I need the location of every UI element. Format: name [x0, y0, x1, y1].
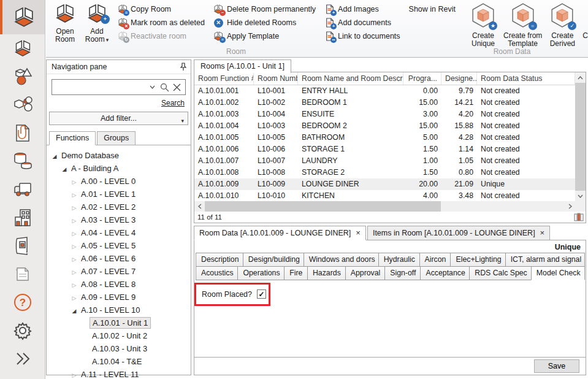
tree-item[interactable]: A.04 - LEVEL 4 — [47, 226, 191, 239]
tree-expand-arrow-icon[interactable] — [70, 293, 78, 302]
sidebar-item-rooms-alt[interactable] — [0, 34, 45, 63]
sidebar-item-attachments[interactable] — [0, 119, 45, 147]
scroll-up-arrow-icon[interactable] — [575, 72, 586, 83]
table-row[interactable]: A.10.01.002 L10-002 BEDROOM 1 15.00 14.2… — [194, 97, 575, 109]
ribbon-small-button[interactable]: ↻ ↻ ↻ Reactivate room — [117, 31, 205, 42]
ribbon-big-button[interactable]: + Add Room▾ — [83, 2, 111, 44]
sidebar-item-settings[interactable] — [0, 316, 45, 345]
ribbon-small-button[interactable]: + + + Add documents — [324, 17, 400, 28]
room-data-subtab[interactable]: ICT, alarm and signal — [505, 253, 585, 267]
close-tab-icon[interactable]: × — [356, 228, 361, 237]
sidebar-item-buildings[interactable] — [0, 204, 45, 232]
table-row[interactable]: A.10.01.009 L10-009 LOUNGE DINER 20.00 2… — [194, 178, 575, 190]
horizontal-scroll-thumb[interactable] — [205, 201, 441, 212]
ribbon-small-button[interactable]: = = = Copy Room — [117, 4, 205, 15]
ribbon-small-button[interactable]: ≡ ≡ ≡ Apply Template — [213, 31, 316, 42]
scroll-left-arrow-icon[interactable] — [194, 201, 205, 212]
tree-expand-arrow-icon[interactable] — [70, 228, 78, 237]
room-data-subtab[interactable]: Design/building — [243, 253, 304, 267]
show-in-revit-label[interactable]: Show in Revit — [409, 5, 456, 13]
column-header[interactable]: Room Number — [254, 72, 298, 85]
tree-item[interactable]: A.05 - LEVEL 5 — [47, 239, 191, 252]
table-row[interactable]: A.10.01.006 L10-006 STORAGE 1 1.50 1.14 … — [194, 144, 575, 155]
tree-expand-arrow-icon[interactable] — [70, 190, 78, 199]
scroll-down-arrow-icon[interactable] — [575, 191, 586, 201]
room-data-subtab[interactable]: Hydraulic — [378, 253, 420, 267]
tree-item[interactable]: A.10 - LEVEL 10 — [47, 304, 191, 316]
room-data-subtab[interactable]: Aircon — [419, 253, 451, 267]
tree-expand-arrow-icon[interactable] — [70, 305, 78, 315]
room-data-subtab[interactable]: Description — [196, 253, 243, 267]
tree-item[interactable]: A.06 - LEVEL 6 — [47, 252, 191, 265]
tree-item[interactable]: A.11 - LEVEL 11 — [47, 368, 191, 379]
tree-item[interactable]: A.10.01 - Unit 1 — [47, 316, 191, 329]
search-history-chevron-icon[interactable] — [146, 85, 158, 89]
ribbon-small-button[interactable]: ✕ ✕ ✕ Mark room as deleted — [117, 17, 205, 28]
sidebar-item-logistics[interactable] — [0, 175, 45, 204]
horizontal-scrollbar[interactable] — [194, 201, 575, 212]
add-filter-dropdown[interactable]: Add filter... ▾ — [49, 112, 188, 125]
ribbon-create-button[interactable]: ★ Create Unique▾ — [468, 2, 498, 48]
sidebar-item-rooms[interactable] — [0, 0, 45, 34]
ribbon-create-button[interactable]: ≡ Copy Room Data from Room▾ — [580, 2, 588, 48]
tree-item[interactable]: A.10.03 - Unit 3 — [47, 342, 191, 355]
clear-search-icon[interactable] — [170, 83, 183, 91]
tree-item[interactable]: A.08 - LEVEL 8 — [47, 278, 191, 291]
sidebar-item-item-groups[interactable] — [0, 91, 45, 119]
ribbon-small-button[interactable]: − − − Delete Room permanently — [213, 4, 316, 15]
ribbon-big-button[interactable]: + Open Room▾ — [51, 2, 79, 44]
tree-expand-arrow-icon[interactable] — [70, 177, 78, 186]
table-row[interactable]: A.10.01.004 L10-003 BEDROOM 2 15.00 15.8… — [194, 120, 575, 132]
room-data-subtab[interactable]: Sign-off — [384, 266, 421, 280]
search-link[interactable]: Search — [161, 99, 185, 107]
room-data-subtab[interactable]: Elec+Lighting — [450, 253, 505, 267]
sidebar-item-finance[interactable] — [0, 147, 45, 175]
room-data-subtab[interactable]: Fire — [284, 266, 308, 280]
room-data-subtab[interactable]: Windows and doors — [304, 253, 379, 267]
ribbon-small-button[interactable]: ∞ ∞ ∞ Link to documents — [324, 31, 400, 42]
tree-item[interactable]: A - Building A — [47, 162, 191, 175]
table-row[interactable]: A.10.01.008 L10-008 STORAGE 2 1.50 0.80 … — [194, 167, 575, 178]
vertical-scrollbar[interactable] — [575, 72, 586, 201]
tree-expand-arrow-icon[interactable] — [70, 267, 78, 276]
tree-expand-arrow-icon[interactable] — [70, 241, 78, 250]
tree-expand-arrow-icon[interactable] — [70, 280, 78, 289]
tree-item[interactable]: A.02 - LEVEL 2 — [47, 201, 191, 213]
rooms-tab[interactable]: Rooms [A.10.01 - Unit 1] — [194, 59, 291, 73]
sidebar-item-help[interactable]: ? — [0, 288, 45, 316]
tree-expand-arrow-icon[interactable] — [70, 254, 78, 263]
tree-item[interactable]: A.09 - LEVEL 9 — [47, 291, 191, 304]
sidebar-item-reports[interactable] — [0, 260, 45, 288]
tree-item[interactable]: A.10.04 - T&E — [47, 355, 191, 368]
save-button[interactable]: Save — [534, 359, 579, 373]
search-icon[interactable] — [158, 83, 170, 92]
document-tab[interactable]: Room Data [A.10.01.009 - LOUNGE DINER] × — [194, 226, 366, 240]
scroll-right-arrow-icon[interactable] — [565, 201, 575, 212]
column-header[interactable]: Room Data Status — [477, 72, 575, 85]
tree-item[interactable]: A.07 - LEVEL 7 — [47, 265, 191, 278]
column-header[interactable]: Progra... — [403, 72, 441, 85]
tree-item[interactable]: A.03 - LEVEL 3 — [47, 213, 191, 226]
room-data-subtab[interactable]: RDS Calc Spec — [469, 266, 532, 280]
column-chooser-icon[interactable] — [574, 213, 584, 221]
pin-icon[interactable] — [180, 63, 187, 71]
tree-item[interactable]: Demo Database — [47, 149, 191, 162]
ribbon-create-button[interactable]: = Create from Template▾ — [501, 2, 544, 48]
ribbon-small-button[interactable]: + + + Add Images — [324, 4, 400, 15]
room-data-subtab[interactable]: Hazards — [307, 266, 346, 280]
tree-item[interactable]: A.00 - LEVEL 0 — [47, 175, 191, 188]
tree-item[interactable]: A.01 - LEVEL 1 — [47, 188, 191, 201]
tree-expand-arrow-icon[interactable] — [50, 151, 59, 160]
vertical-scroll-thumb[interactable] — [575, 83, 586, 191]
sidebar-item-catalog[interactable] — [0, 232, 45, 260]
close-tab-icon[interactable]: × — [540, 228, 545, 237]
nav-tab[interactable]: Groups — [97, 131, 136, 145]
tree-expand-arrow-icon[interactable] — [70, 370, 78, 379]
table-row[interactable]: A.10.01.005 L10-005 BATHROOM 5.00 4.28 N… — [194, 132, 575, 144]
ribbon-create-button[interactable]: ✓ Create Derived▾ — [547, 2, 578, 48]
tree-expand-arrow-icon[interactable] — [70, 215, 78, 224]
table-row[interactable]: A.10.01.003 L10-004 ENSUITE 3.00 4.20 No… — [194, 109, 575, 120]
nav-tab[interactable]: Functions — [49, 131, 96, 145]
column-header[interactable]: Room Name and Room Description — [298, 72, 403, 85]
room-data-subtab[interactable]: Acoustics — [196, 266, 238, 280]
